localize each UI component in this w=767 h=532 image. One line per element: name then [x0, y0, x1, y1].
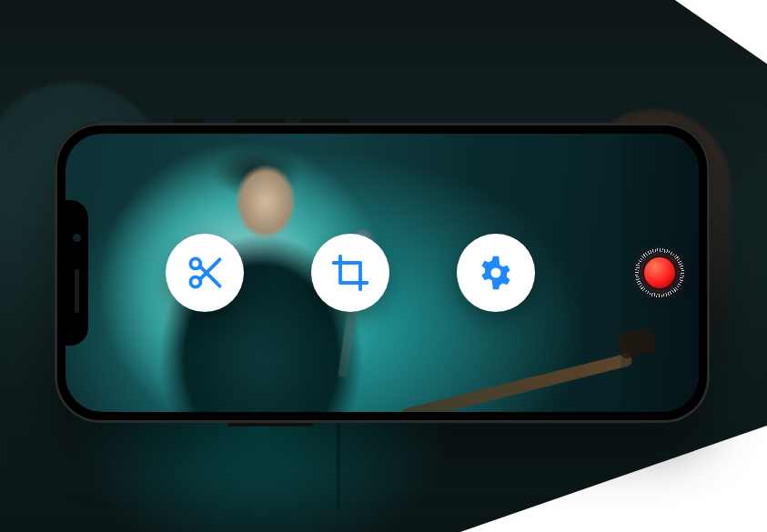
guitar: [400, 353, 633, 412]
front-camera: [73, 234, 81, 242]
gear-icon: [476, 253, 516, 293]
phone-button: [173, 119, 204, 123]
scissors-icon: [185, 253, 225, 293]
crop-icon: [330, 253, 370, 293]
earpiece: [75, 269, 79, 313]
phone-button: [300, 119, 349, 123]
phone-screen: [66, 134, 699, 412]
record-button[interactable]: [631, 245, 688, 301]
cut-button[interactable]: [166, 234, 244, 312]
tool-row: [166, 234, 535, 312]
promo-scene: [0, 0, 767, 532]
phone-button: [237, 119, 286, 123]
capture-bar: [621, 134, 699, 412]
phone-device: [55, 123, 710, 423]
record-dial-icon: [631, 245, 688, 301]
phone-notch: [66, 200, 88, 346]
crop-button[interactable]: [311, 234, 389, 312]
settings-button[interactable]: [457, 234, 535, 312]
phone-button: [227, 423, 314, 427]
